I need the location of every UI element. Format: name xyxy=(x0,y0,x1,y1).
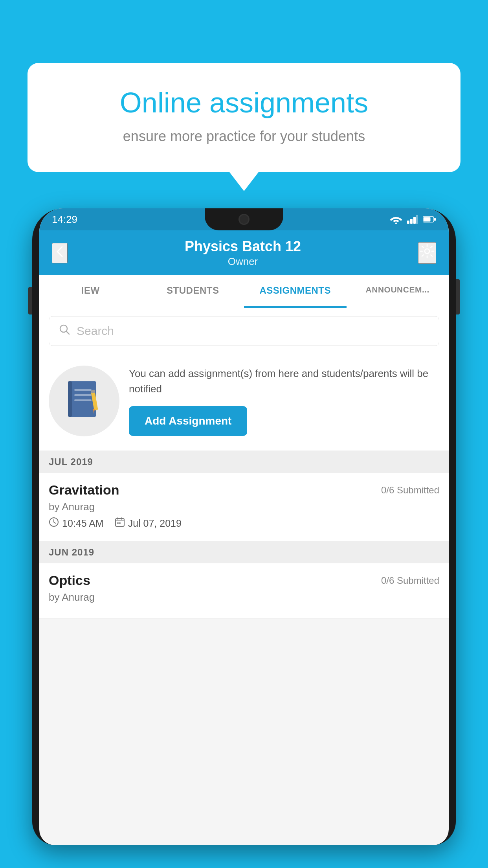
speech-bubble-title: Online assignments xyxy=(55,86,433,119)
svg-point-8 xyxy=(425,249,429,254)
search-input-wrapper[interactable]: Search xyxy=(49,316,439,346)
svg-rect-3 xyxy=(413,217,416,224)
assignment-meta-gravitation: 10:45 AM Jul 07, 201 xyxy=(49,517,439,530)
assignment-row1: Gravitation 0/6 Submitted xyxy=(49,482,439,498)
search-bar: Search xyxy=(39,308,449,354)
assignment-item-optics[interactable]: Optics 0/6 Submitted by Anurag xyxy=(39,563,449,619)
assignment-name-optics: Optics xyxy=(49,573,90,588)
tab-bar: IEW STUDENTS ASSIGNMENTS ANNOUNCEM... xyxy=(39,275,449,308)
status-icons xyxy=(390,215,436,224)
phone-side-left xyxy=(28,287,32,314)
svg-rect-11 xyxy=(68,381,72,417)
meta-date: Jul 07, 2019 xyxy=(115,517,182,530)
meta-time: 10:45 AM xyxy=(49,517,104,530)
phone-camera xyxy=(238,214,250,225)
assignment-submitted-optics: 0/6 Submitted xyxy=(381,575,439,586)
header-title-group: Physics Batch 12 Owner xyxy=(68,238,418,268)
assignment-by-optics: by Anurag xyxy=(49,591,439,603)
phone-container: 14:29 xyxy=(32,208,456,868)
header-subtitle: Owner xyxy=(68,256,418,268)
header-title: Physics Batch 12 xyxy=(68,238,418,255)
add-assignment-button[interactable]: Add Assignment xyxy=(129,406,247,436)
assignment-submitted-gravitation: 0/6 Submitted xyxy=(381,485,439,496)
clock-icon xyxy=(49,517,59,530)
promo-description: You can add assignment(s) from here and … xyxy=(129,366,439,397)
tab-iew[interactable]: IEW xyxy=(39,275,142,308)
speech-bubble: Online assignments ensure more practice … xyxy=(28,63,460,172)
status-time: 14:29 xyxy=(52,213,77,226)
svg-point-0 xyxy=(395,223,397,224)
assignment-time: 10:45 AM xyxy=(62,518,104,529)
phone-side-right xyxy=(456,279,460,314)
speech-bubble-subtitle: ensure more practice for your students xyxy=(55,128,433,145)
tab-students[interactable]: STUDENTS xyxy=(142,275,244,308)
svg-rect-1 xyxy=(407,221,409,224)
assignment-name-gravitation: Gravitation xyxy=(49,482,119,498)
app-header: Physics Batch 12 Owner xyxy=(39,230,449,275)
gear-icon xyxy=(419,243,435,259)
search-placeholder: Search xyxy=(77,324,114,338)
phone-notch xyxy=(205,208,283,230)
tab-announcements[interactable]: ANNOUNCEM... xyxy=(347,275,449,308)
section-header-jul2019: JUL 2019 xyxy=(39,451,449,473)
svg-rect-6 xyxy=(424,217,431,222)
notebook-icon xyxy=(66,379,102,423)
settings-button[interactable] xyxy=(418,242,436,264)
svg-rect-14 xyxy=(74,399,92,401)
calendar-icon xyxy=(115,517,125,530)
promo-block: You can add assignment(s) from here and … xyxy=(39,354,449,451)
assignment-item-gravitation[interactable]: Gravitation 0/6 Submitted by Anurag xyxy=(39,473,449,541)
promo-text-block: You can add assignment(s) from here and … xyxy=(129,366,439,436)
battery-icon xyxy=(423,216,436,223)
search-icon xyxy=(59,324,70,338)
svg-rect-12 xyxy=(74,389,92,391)
svg-rect-21 xyxy=(119,522,121,524)
svg-rect-2 xyxy=(410,219,413,224)
svg-rect-13 xyxy=(74,394,92,396)
assignment-by-gravitation: by Anurag xyxy=(49,501,439,513)
phone-outer: 14:29 xyxy=(32,208,456,845)
assignment-date: Jul 07, 2019 xyxy=(128,518,182,529)
screen-content: Search xyxy=(39,308,449,619)
wifi-icon xyxy=(390,215,402,224)
back-button[interactable] xyxy=(52,243,68,263)
svg-rect-4 xyxy=(416,215,418,224)
assignment-row1-optics: Optics 0/6 Submitted xyxy=(49,573,439,588)
svg-rect-7 xyxy=(434,218,436,221)
signal-icon xyxy=(407,215,418,224)
phone-screen: 14:29 xyxy=(39,208,449,845)
promo-icon-circle xyxy=(49,366,119,436)
tab-assignments[interactable]: ASSIGNMENTS xyxy=(244,275,347,308)
svg-rect-20 xyxy=(117,522,119,524)
section-header-jun2019: JUN 2019 xyxy=(39,541,449,563)
speech-bubble-container: Online assignments ensure more practice … xyxy=(28,63,460,172)
